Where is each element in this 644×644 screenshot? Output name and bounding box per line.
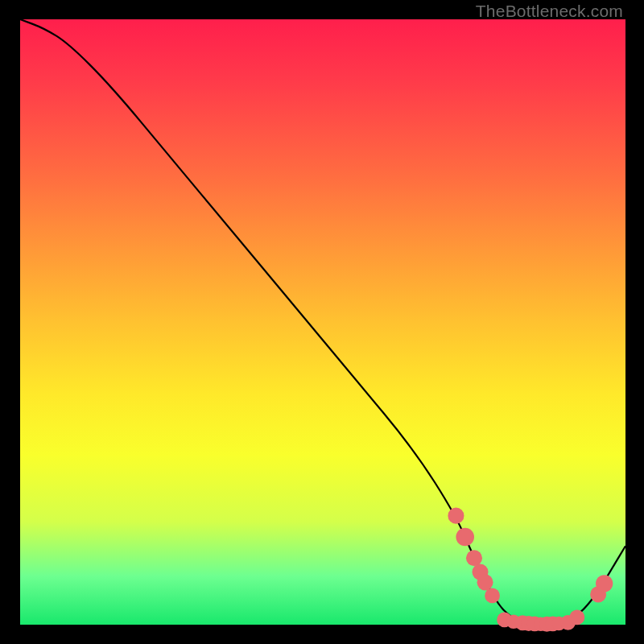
data-marker	[485, 588, 500, 604]
data-marker	[448, 508, 464, 524]
watermark: TheBottleneck.com	[476, 2, 623, 21]
curve-line	[20, 19, 625, 624]
data-marker	[596, 575, 613, 592]
chart-svg	[20, 19, 625, 625]
data-marker	[477, 574, 493, 590]
data-marker	[456, 528, 474, 547]
data-marker	[466, 550, 482, 566]
data-marker	[569, 610, 584, 625]
marker-group	[448, 508, 613, 632]
